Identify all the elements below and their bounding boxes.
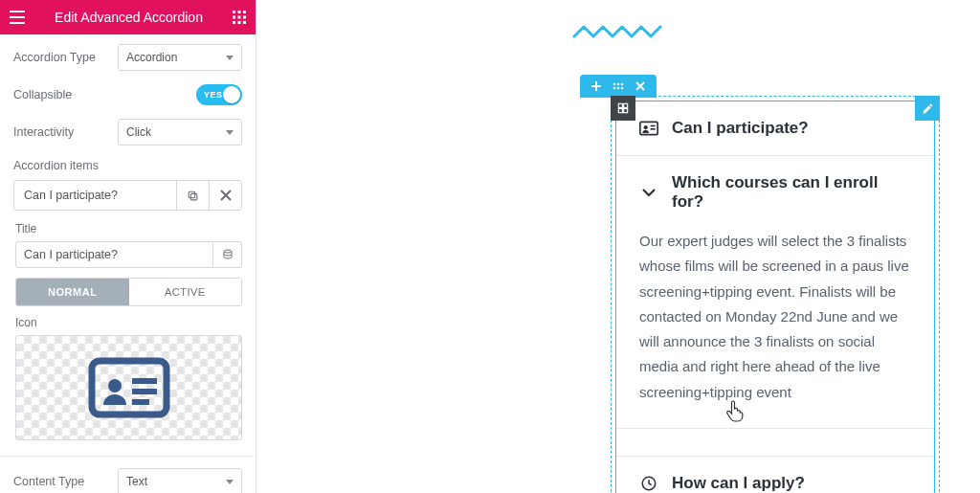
accordion-item-2: Which courses can I enroll for? Our expe… <box>616 155 934 429</box>
svg-rect-24 <box>624 103 628 107</box>
accordion-type-label: Accordion Type <box>13 51 96 64</box>
title-label: Title <box>15 222 242 235</box>
svg-rect-14 <box>132 378 157 384</box>
svg-point-18 <box>617 83 620 86</box>
accordion-gap <box>616 429 934 456</box>
svg-point-28 <box>644 125 648 129</box>
preview-canvas: Can I participate? Which courses can I e… <box>256 0 980 493</box>
svg-rect-1 <box>237 11 240 13</box>
svg-point-22 <box>621 87 624 90</box>
svg-rect-6 <box>233 21 235 24</box>
accordion-item-1: Can I participate? <box>616 101 934 155</box>
svg-point-20 <box>613 87 616 90</box>
accordion-body-2: Our expert judges will select the 3 fina… <box>616 229 934 429</box>
svg-rect-25 <box>618 109 622 113</box>
sidebar-body: Accordion Type Accordion Collapsible YES… <box>0 34 256 493</box>
chevron-down-icon <box>226 56 234 60</box>
svg-rect-0 <box>233 11 235 13</box>
content-type-value: Text <box>126 475 147 488</box>
svg-point-13 <box>108 379 122 392</box>
icon-label: Icon <box>15 316 242 329</box>
collapsible-label: Collapsible <box>13 88 72 101</box>
divider <box>0 456 256 457</box>
content-type-label: Content Type <box>13 475 84 488</box>
accordion-header-2[interactable]: Which courses can I enroll for? <box>616 155 934 229</box>
dynamic-tags-button[interactable] <box>213 241 242 268</box>
accordion-item-3: How can I apply? <box>616 456 934 493</box>
svg-rect-8 <box>243 21 246 24</box>
interactivity-select[interactable]: Click <box>118 119 242 146</box>
remove-section-icon[interactable] <box>635 81 645 91</box>
apps-icon[interactable] <box>233 11 246 24</box>
section-toolbar[interactable] <box>580 75 657 98</box>
sidebar-title: Edit Advanced Accordion <box>55 10 203 25</box>
title-input[interactable] <box>15 241 213 268</box>
svg-point-19 <box>621 83 624 86</box>
collapsible-toggle[interactable]: YES <box>196 84 242 105</box>
state-tabs: NORMAL ACTIVE <box>15 278 242 306</box>
accordion-header-1[interactable]: Can I participate? <box>616 101 934 155</box>
icon-picker[interactable] <box>15 335 242 440</box>
accordion-header-3[interactable]: How can I apply? <box>616 456 934 493</box>
svg-rect-2 <box>243 11 246 13</box>
divider-zigzag-icon <box>572 23 664 40</box>
accordion-item-name[interactable]: Can I participate? <box>14 181 176 210</box>
accordion-type-value: Accordion <box>126 51 177 64</box>
section-outline: Can I participate? Which courses can I e… <box>611 96 940 493</box>
clock-icon <box>639 475 658 492</box>
accordion-widget: Can I participate? Which courses can I e… <box>615 101 935 493</box>
chevron-down-icon <box>226 130 234 135</box>
accordion-items-label: Accordion items <box>13 159 242 172</box>
toggle-yes-text: YES <box>204 90 223 100</box>
accordion-title-3: How can I apply? <box>672 474 805 493</box>
interactivity-label: Interactivity <box>13 125 74 139</box>
id-card-icon <box>639 121 658 136</box>
content-type-select[interactable]: Text <box>118 468 242 493</box>
svg-point-11 <box>224 250 232 253</box>
svg-rect-7 <box>237 21 240 24</box>
svg-rect-9 <box>190 193 197 200</box>
svg-rect-3 <box>233 16 235 19</box>
chevron-down-icon <box>226 480 234 484</box>
accordion-item-row: Can I participate? <box>13 180 242 211</box>
svg-point-17 <box>613 83 616 86</box>
add-section-icon[interactable] <box>591 81 601 91</box>
toggle-knob <box>223 86 240 103</box>
accordion-type-select[interactable]: Accordion <box>118 44 242 71</box>
svg-rect-15 <box>132 389 157 394</box>
svg-rect-23 <box>618 103 622 107</box>
widget-drag-handle[interactable] <box>611 96 635 121</box>
svg-rect-5 <box>243 16 246 19</box>
svg-rect-10 <box>189 191 195 198</box>
svg-rect-16 <box>132 399 149 405</box>
chevron-down-icon <box>639 188 658 197</box>
svg-point-21 <box>617 87 620 90</box>
menu-icon[interactable] <box>10 11 25 24</box>
svg-rect-26 <box>624 109 628 113</box>
editor-sidebar: Edit Advanced Accordion Accordion Type A… <box>0 0 256 493</box>
delete-button[interactable] <box>209 181 241 210</box>
sidebar-header: Edit Advanced Accordion <box>0 0 256 34</box>
svg-rect-4 <box>237 16 240 19</box>
drag-section-icon[interactable] <box>612 82 624 90</box>
tab-active[interactable]: ACTIVE <box>129 279 242 305</box>
interactivity-value: Click <box>126 125 151 139</box>
svg-rect-12 <box>92 361 167 415</box>
widget-edit-handle[interactable] <box>915 96 940 121</box>
accordion-title-2: Which courses can I enroll for? <box>672 173 911 212</box>
tab-normal[interactable]: NORMAL <box>16 279 129 305</box>
duplicate-button[interactable] <box>176 181 209 210</box>
accordion-title-1: Can I participate? <box>672 119 809 138</box>
